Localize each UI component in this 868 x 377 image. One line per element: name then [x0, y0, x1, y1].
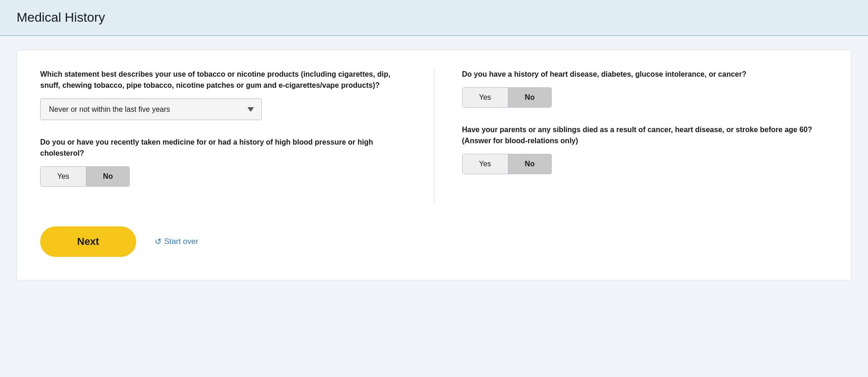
tobacco-question-label: Which statement best describes your use …: [40, 69, 406, 91]
refresh-icon: ↺: [155, 237, 162, 247]
heart-disease-question-label: Do you have a history of heart disease, …: [462, 69, 828, 80]
family-history-question-section: Have your parents or any siblings died a…: [462, 124, 828, 174]
start-over-link[interactable]: ↺ Start over: [155, 237, 199, 247]
family-history-yes-button[interactable]: Yes: [463, 154, 508, 174]
two-column-layout: Which statement best describes your use …: [40, 69, 828, 203]
heart-disease-no-button[interactable]: No: [508, 88, 551, 107]
start-over-label: Start over: [164, 237, 199, 246]
tobacco-question-section: Which statement best describes your use …: [40, 69, 406, 120]
blood-pressure-question-section: Do you or have you recently taken medici…: [40, 137, 406, 187]
family-history-question-label: Have your parents or any siblings died a…: [462, 124, 828, 146]
family-history-no-button[interactable]: No: [508, 154, 551, 174]
page-header: Medical History: [0, 0, 868, 36]
blood-pressure-yn-group: Yes No: [40, 166, 130, 187]
blood-pressure-no-button[interactable]: No: [86, 167, 129, 186]
next-button[interactable]: Next: [40, 226, 136, 257]
page-title: Medical History: [17, 10, 851, 25]
right-column: Do you have a history of heart disease, …: [434, 69, 828, 203]
blood-pressure-question-label: Do you or have you recently taken medici…: [40, 137, 406, 159]
heart-disease-question-section: Do you have a history of heart disease, …: [462, 69, 828, 108]
heart-disease-yn-group: Yes No: [462, 87, 552, 108]
main-card: Which statement best describes your use …: [17, 50, 851, 280]
heart-disease-yes-button[interactable]: Yes: [463, 88, 508, 107]
blood-pressure-yes-button[interactable]: Yes: [41, 167, 86, 186]
family-history-yn-group: Yes No: [462, 154, 552, 174]
footer-actions: Next ↺ Start over: [40, 226, 828, 257]
tobacco-dropdown[interactable]: Never or not within the last five years …: [40, 98, 262, 120]
left-column: Which statement best describes your use …: [40, 69, 434, 203]
page-container: Medical History Which statement best des…: [0, 0, 868, 377]
